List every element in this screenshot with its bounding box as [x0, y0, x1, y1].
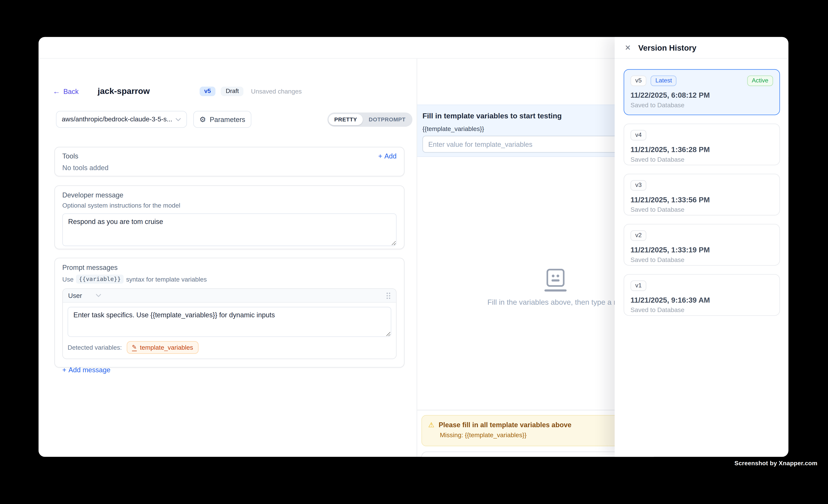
model-toolbar: aws/anthropic/bedrock-claude-3-5-s... ⚙ …: [39, 111, 417, 129]
developer-message-input[interactable]: Respond as you are tom cruise: [62, 213, 397, 246]
version-chip: v1: [631, 281, 647, 291]
toggle-option-pretty[interactable]: PRETTY: [328, 114, 363, 125]
warning-title: Please fill in all template variables ab…: [439, 421, 572, 429]
version-badge: v5: [200, 87, 216, 96]
version-timestamp: 11/21/2025, 1:33:19 PM: [631, 245, 773, 254]
warning-triangle-icon: ⚠: [428, 421, 434, 428]
unsaved-changes-text: Unsaved changes: [251, 88, 302, 95]
version-timestamp: 11/21/2025, 1:36:28 PM: [631, 145, 773, 153]
parameters-button[interactable]: ⚙ Parameters: [193, 111, 251, 128]
back-label: Back: [64, 87, 79, 95]
prompt-messages-title: Prompt messages: [62, 263, 397, 271]
version-card-v2[interactable]: v2 11/21/2025, 1:33:19 PM Saved to Datab…: [624, 224, 780, 266]
toggle-option-dotprompt[interactable]: DOTPROMPT: [363, 114, 411, 125]
plus-icon: +: [62, 366, 66, 374]
version-chip: v5: [631, 76, 647, 86]
add-message-button[interactable]: + Add message: [62, 366, 111, 374]
variable-badge[interactable]: ✎ template_variables: [127, 341, 199, 354]
version-timestamp: 11/21/2025, 9:16:39 AM: [631, 295, 773, 304]
version-source: Saved to Database: [631, 256, 773, 263]
message-role-row: User: [63, 289, 396, 303]
message-body: Enter task specifics. Use {{template_var…: [63, 303, 396, 359]
add-message-label: Add message: [69, 366, 111, 374]
role-selector[interactable]: User: [68, 292, 82, 299]
user-message-input[interactable]: Enter task specifics. Use {{template_var…: [68, 307, 391, 337]
detected-variables-label: Detected variables:: [68, 344, 122, 351]
version-timestamp: 11/21/2025, 1:33:56 PM: [631, 195, 773, 204]
version-card-v3[interactable]: v3 11/21/2025, 1:33:56 PM Saved to Datab…: [624, 174, 780, 215]
pencil-icon: ✎: [132, 344, 137, 351]
version-card-v4[interactable]: v4 11/21/2025, 1:36:28 PM Saved to Datab…: [624, 124, 780, 165]
version-card-v5[interactable]: v5 Latest Active 11/22/2025, 6:08:12 PM …: [624, 69, 780, 115]
version-timestamp: 11/22/2025, 6:08:12 PM: [631, 90, 773, 99]
parameters-label: Parameters: [210, 115, 245, 123]
prompt-editor-pane: ← Back jack-sparrow v5 Draft Unsaved cha…: [39, 58, 417, 457]
chevron-down-icon: [175, 118, 181, 121]
screenshot-stage: ← Back jack-sparrow v5 Draft Unsaved cha…: [0, 0, 828, 504]
version-source: Saved to Database: [631, 156, 773, 163]
version-history-header: ✕ Version History: [615, 37, 788, 58]
version-source: Saved to Database: [631, 306, 773, 313]
developer-message-subtitle: Optional system instructions for the mod…: [62, 202, 397, 209]
variable-badge-label: template_variables: [140, 344, 193, 351]
plus-icon: +: [378, 152, 382, 160]
watermark-text: Screenshot by Xnapper.com: [735, 460, 818, 466]
tools-card: Tools + Add No tools added: [54, 147, 404, 176]
variable-syntax-chip: {{variable}}: [76, 275, 123, 284]
developer-message-card: Developer message Optional system instru…: [54, 185, 404, 249]
tools-empty-text: No tools added: [62, 164, 397, 172]
detected-variables-row: Detected variables: ✎ template_variables: [68, 341, 391, 354]
version-chip: v3: [631, 180, 647, 191]
version-list: v5 Latest Active 11/22/2025, 6:08:12 PM …: [615, 58, 788, 316]
message-block: User Enter task specifics. Use {{templat…: [62, 288, 397, 359]
version-chip: v4: [631, 130, 647, 140]
page-header-row: ← Back jack-sparrow v5 Draft Unsaved cha…: [53, 86, 408, 97]
model-selector[interactable]: aws/anthropic/bedrock-claude-3-5-s...: [56, 111, 187, 128]
version-history-title: Version History: [638, 43, 697, 52]
chevron-down-icon[interactable]: [96, 294, 101, 297]
tools-title: Tools: [62, 152, 78, 160]
add-tool-label: Add: [384, 152, 397, 160]
model-selector-value: aws/anthropic/bedrock-claude-3-5-s...: [62, 116, 172, 123]
version-source: Saved to Database: [631, 206, 773, 213]
back-arrow-icon: ←: [53, 88, 60, 95]
syntax-hint: Use {{variable}} syntax for template var…: [62, 275, 397, 284]
draft-badge: Draft: [221, 87, 244, 96]
add-message-row: + Add message: [62, 365, 397, 375]
close-icon[interactable]: ✕: [625, 44, 631, 51]
prompt-messages-card: Prompt messages Use {{variable}} syntax …: [54, 258, 404, 368]
latest-badge: Latest: [651, 76, 677, 86]
developer-message-title: Developer message: [62, 191, 397, 199]
add-tool-button[interactable]: + Add: [378, 152, 397, 160]
version-history-panel: ✕ Version History v5 Latest Active 11/22…: [615, 37, 788, 457]
page-title: jack-sparrow: [98, 87, 150, 96]
format-toggle: PRETTY DOTPROMPT: [327, 113, 413, 127]
active-badge: Active: [747, 76, 773, 86]
drag-handle-icon[interactable]: [386, 292, 391, 299]
back-button[interactable]: ← Back: [53, 87, 79, 95]
bot-face-icon: [544, 269, 567, 292]
version-chip: v2: [631, 230, 647, 241]
version-source: Saved to Database: [631, 101, 773, 109]
app-window: ← Back jack-sparrow v5 Draft Unsaved cha…: [39, 37, 788, 457]
gear-icon: ⚙: [200, 116, 206, 123]
version-card-v1[interactable]: v1 11/21/2025, 9:16:39 AM Saved to Datab…: [624, 274, 780, 316]
